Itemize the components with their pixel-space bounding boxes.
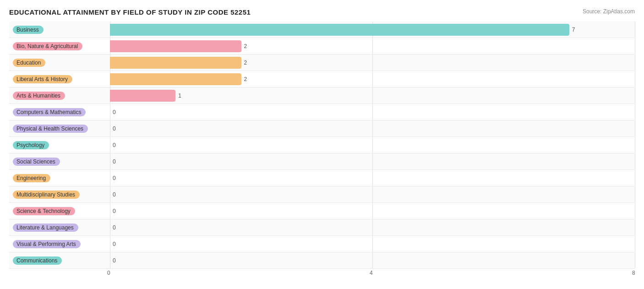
bar-row: Psychology0 <box>9 137 635 153</box>
bar-label: Science & Technology <box>9 207 110 215</box>
bar-track: 0 <box>110 104 635 120</box>
bar-label-pill: Social Sciences <box>13 158 60 166</box>
bar-row: Multidisciplinary Studies0 <box>9 186 635 203</box>
bar-track: 2 <box>110 71 635 87</box>
bar-row: Computers & Mathematics0 <box>9 104 635 120</box>
bar-row: Visual & Performing Arts0 <box>9 236 635 252</box>
bar-label: Liberal Arts & History <box>9 75 110 83</box>
bar-value-label: 0 <box>113 158 116 165</box>
bar-row: Arts & Humanities1 <box>9 87 635 104</box>
bar-label-pill: Computers & Mathematics <box>13 108 86 116</box>
bar-value-label: 2 <box>244 76 247 82</box>
bar-track: 0 <box>110 219 635 235</box>
bar-row: Bio, Nature & Agricultural2 <box>9 38 635 55</box>
bar-track: 0 <box>110 120 635 136</box>
chart-source: Source: ZipAtlas.com <box>583 8 635 15</box>
bar-row: Education2 <box>9 55 635 71</box>
bar-label-pill: Science & Technology <box>13 207 75 215</box>
bar-label: Computers & Mathematics <box>9 108 110 116</box>
bar-value-label: 0 <box>113 241 116 247</box>
bar-label: Bio, Nature & Agricultural <box>9 42 110 50</box>
bar-track: 0 <box>110 236 635 252</box>
bar-value-label: 0 <box>113 109 116 115</box>
bar-label-pill: Bio, Nature & Agricultural <box>13 42 82 50</box>
bar-track: 2 <box>110 55 635 71</box>
bar-value-label: 0 <box>113 224 116 231</box>
bar-row: Business7 <box>9 22 635 38</box>
bar-label: Physical & Health Sciences <box>9 125 110 133</box>
bar-value-label: 0 <box>113 142 116 148</box>
bar-track: 0 <box>110 203 635 219</box>
chart-area: Business7Bio, Nature & Agricultural2Educ… <box>9 22 635 269</box>
bar-label-pill: Education <box>13 59 45 67</box>
bar-row: Liberal Arts & History2 <box>9 71 635 87</box>
bar-label: Arts & Humanities <box>9 92 110 100</box>
bar-label: Social Sciences <box>9 158 110 166</box>
bar-value-label: 1 <box>178 93 181 99</box>
bar-label: Education <box>9 59 110 67</box>
bar-track: 7 <box>110 22 635 38</box>
bar-label-pill: Liberal Arts & History <box>13 75 72 83</box>
bar-track: 0 <box>110 186 635 202</box>
bar-track: 0 <box>110 252 635 268</box>
bar-label: Psychology <box>9 141 110 149</box>
bar-label-pill: Communications <box>13 256 62 265</box>
bar-label-pill: Multidisciplinary Studies <box>13 191 80 199</box>
bar-label: Visual & Performing Arts <box>9 240 110 248</box>
bar-label: Communications <box>9 256 110 265</box>
x-axis-label: 4 <box>370 270 373 276</box>
bar-value-label: 0 <box>113 257 116 264</box>
bar-fill <box>110 40 241 52</box>
bar-fill <box>110 73 241 85</box>
bar-track: 0 <box>110 137 635 153</box>
x-axis-label: 0 <box>107 270 110 276</box>
x-axis-label: 8 <box>632 270 635 276</box>
chart-title: EDUCATIONAL ATTAINMENT BY FIELD OF STUDY… <box>9 8 251 16</box>
bar-label-pill: Engineering <box>13 174 50 182</box>
bar-row: Physical & Health Sciences0 <box>9 120 635 137</box>
bar-label-pill: Psychology <box>13 141 49 149</box>
bar-value-label: 0 <box>113 125 116 132</box>
bar-fill <box>110 57 241 69</box>
bar-fill <box>110 90 175 102</box>
bar-label-pill: Business <box>13 26 44 34</box>
bar-value-label: 7 <box>572 27 575 33</box>
bar-label: Engineering <box>9 174 110 182</box>
bar-label: Multidisciplinary Studies <box>9 191 110 199</box>
bar-label-pill: Arts & Humanities <box>13 92 65 100</box>
bar-track: 2 <box>110 38 635 54</box>
bar-label-pill: Physical & Health Sciences <box>13 125 88 133</box>
bar-label-pill: Visual & Performing Arts <box>13 240 81 248</box>
bar-row: Science & Technology0 <box>9 203 635 219</box>
bar-row: Literature & Languages0 <box>9 219 635 236</box>
bar-track: 0 <box>110 153 635 169</box>
bar-track: 1 <box>110 87 635 104</box>
bar-value-label: 0 <box>113 175 116 181</box>
bar-fill <box>110 24 569 36</box>
bar-value-label: 2 <box>244 60 247 66</box>
bar-row: Engineering0 <box>9 170 635 186</box>
bar-label: Literature & Languages <box>9 224 110 232</box>
bar-label-pill: Literature & Languages <box>13 224 78 232</box>
bar-value-label: 0 <box>113 208 116 214</box>
bar-label: Business <box>9 26 110 34</box>
bar-value-label: 2 <box>244 43 247 49</box>
bar-value-label: 0 <box>113 191 116 198</box>
x-axis: 048 <box>110 270 635 280</box>
bar-row: Social Sciences0 <box>9 153 635 170</box>
bar-row: Communications0 <box>9 252 635 269</box>
chart-container: EDUCATIONAL ATTAINMENT BY FIELD OF STUDY… <box>0 0 644 289</box>
bar-track: 0 <box>110 170 635 186</box>
